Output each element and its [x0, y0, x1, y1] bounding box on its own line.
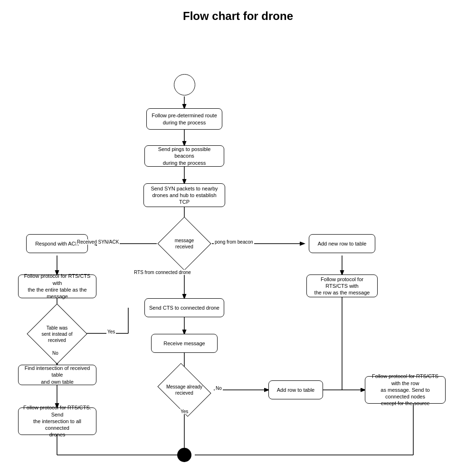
box-rts-row2-label: Follow protocol for RTS/CTS with the row…	[368, 373, 442, 407]
box3-label: Send SYN packets to nearby drones and hu…	[147, 185, 222, 206]
box-send-cts-shape: Send CTS to connected drone	[144, 298, 224, 317]
box-send-cts-label: Send CTS to connected drone	[149, 304, 219, 311]
diamond3-label: Message already recieved	[166, 384, 202, 396]
page-title: Flow chart for drone	[0, 0, 476, 23]
box-intersection-shape: Find intersection of received table and …	[18, 365, 96, 385]
box-receive-label: Receive message	[163, 340, 205, 347]
diamond1-label: message received	[175, 237, 194, 250]
box-new-row-shape: Add new row to table	[309, 234, 375, 253]
flowchart: Follow pre-determined route during the p…	[0, 28, 476, 473]
box-rts-cts-table-shape: Follow protocol for RTS/CTS with the the…	[18, 274, 96, 298]
box1-label: Follow pre-determined route during the p…	[152, 112, 217, 126]
no2-label: No	[215, 386, 223, 391]
box-new-row-label: Add new row to table	[318, 240, 367, 247]
box-intersection-label: Find intersection of received table and …	[21, 365, 93, 385]
yes2-label: Yes	[180, 409, 189, 414]
yes1-label: Yes	[106, 329, 116, 334]
box-rts-cts-table-label: Follow protocol for RTS/CTS with the the…	[21, 273, 93, 300]
box3-shape: Send SYN packets to nearby drones and hu…	[143, 183, 225, 207]
box-rts-row-shape: Follow protocol for RTS/CTS with the row…	[306, 274, 378, 297]
rts-label: RTS from connected drone	[133, 270, 192, 275]
diamond1-shape: message received	[157, 217, 211, 270]
box2-label: Send pings to possible beacons during th…	[148, 146, 221, 166]
box1-shape: Follow pre-determined route during the p…	[146, 108, 222, 130]
box-ack-label: Respond with ACK	[35, 240, 79, 247]
box-add-row-shape: Add row to table	[268, 380, 323, 399]
end-shape	[177, 448, 191, 462]
pong-label: pong from beacon	[214, 239, 254, 245]
box-send-intersection-label: Follow protocol for RTS/CTS. Send the in…	[21, 404, 93, 438]
box-rts-row2-shape: Follow protocol for RTS/CTS with the row…	[365, 376, 446, 404]
box-rts-row-label: Follow protocol for RTS/CTS with the row…	[310, 276, 374, 296]
box2-shape: Send pings to possible beacons during th…	[144, 145, 224, 167]
box-add-row-label: Add row to table	[277, 387, 315, 393]
syn-ack-label: Received SYN/ACK	[76, 239, 120, 245]
start-shape	[174, 74, 195, 95]
box-receive-shape: Receive message	[151, 334, 218, 353]
box-send-intersection-shape: Follow protocol for RTS/CTS. Send the in…	[18, 407, 96, 435]
no1-label: No	[51, 350, 59, 356]
diamond2-label: Table was sent instead of received	[41, 325, 72, 343]
